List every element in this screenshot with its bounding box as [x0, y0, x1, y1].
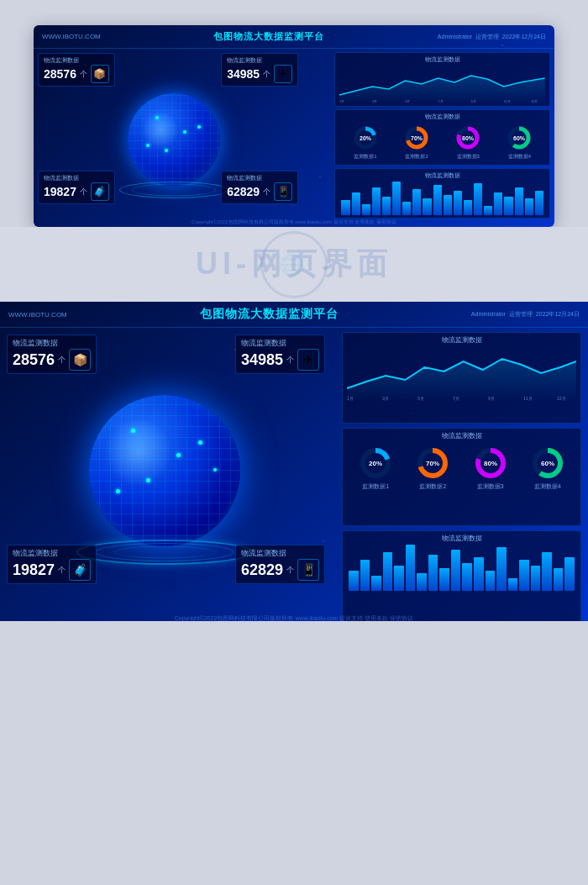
bar-item: [392, 182, 401, 215]
bar-item: [474, 183, 482, 215]
top-donut-chart-title: 物流监测数据: [339, 113, 545, 121]
globe-ring-inner-top: [132, 183, 216, 196]
bar-item: [531, 566, 541, 592]
bottom-donut-label-1: 监测数据2: [419, 482, 446, 491]
bar-item: [394, 566, 404, 592]
bottom-stat-unit-1: 个: [286, 355, 294, 366]
globe-dot-1: [155, 116, 159, 119]
top-header-date: 2022年12月24日: [502, 34, 546, 40]
bar-item: [349, 571, 359, 591]
bottom-bar-chart: [347, 545, 576, 591]
stat-unit-0: 个: [80, 69, 87, 80]
bottom-bar-chart-panel: 物流监测数据: [342, 530, 581, 621]
bottom-stat-row-3: 62829 个 📱: [241, 559, 319, 581]
bar-item: [515, 187, 523, 215]
bar-item: [451, 550, 461, 591]
bottom-stat-card-0: 物流监测数据 28576 个 📦: [7, 335, 97, 374]
bar-item: [433, 185, 442, 215]
bar-item: [462, 563, 472, 592]
top-header-left: WWW.IBOTU.COM: [42, 33, 101, 40]
svg-text:20%: 20%: [360, 135, 372, 141]
bottom-stat-num-1: 34985: [241, 351, 283, 369]
stat-row-2: 19827 个 🧳: [44, 182, 109, 201]
top-donut-3: 60% 监测数据4: [506, 124, 533, 161]
stat-unit-2: 个: [80, 187, 87, 198]
top-donut-2: 80% 监测数据3: [454, 124, 481, 161]
bottom-donut-3: 60% 监测数据4: [530, 445, 565, 491]
globe-body-bottom: [89, 395, 240, 546]
stat-card-2: 物流监测数据 19827 个 🧳: [38, 171, 115, 204]
bottom-stat-num-3: 62829: [241, 561, 283, 579]
bottom-stat-row-2: 19827 个 🧳: [13, 559, 91, 581]
bottom-donut-svg-3: 60%: [530, 445, 565, 481]
bottom-dash-header: WWW.IBOTU.COM 包图物流大数据监测平台 Administrator …: [0, 302, 588, 328]
bar-item: [554, 568, 564, 592]
bar-item: [383, 552, 393, 591]
bar-item: [417, 573, 427, 591]
globe-highlight-top: [142, 112, 179, 149]
bottom-stat-num-0: 28576: [13, 351, 55, 369]
top-donut-label-0: 监测数据1: [354, 153, 376, 161]
stat-label-0: 物流监测数据: [44, 56, 109, 65]
watermark-stamp: 🌐: [260, 231, 328, 298]
globe-ring-outer-top: [119, 182, 228, 198]
bottom-stat-ico-1: ✈: [297, 349, 319, 371]
top-donut-0: 20% 监测数据1: [352, 124, 379, 161]
svg-text:3月: 3月: [382, 396, 389, 401]
bottom-header-right: Administrator 运营管理 2022年12月24日: [471, 310, 580, 319]
bottom-donut-chart-title: 物流监测数据: [347, 431, 576, 440]
stat-num-3: 62829: [227, 185, 260, 198]
top-dashboard: WWW.IBOTU.COM 包图物流大数据监测平台 Administrator …: [34, 25, 554, 227]
svg-text:11月: 11月: [523, 396, 533, 401]
bottom-donut-2: 80% 监测数据3: [473, 445, 508, 491]
bottom-donut-svg-2: 80%: [473, 445, 508, 481]
globe-dot-5: [146, 144, 150, 147]
bottom-header-left: WWW.IBOTU.COM: [8, 311, 67, 319]
bar-item: [406, 545, 416, 591]
stat-unit-3: 个: [263, 187, 270, 198]
globe-dot-3: [165, 149, 168, 152]
bar-item: [412, 189, 421, 215]
bottom-stat-ico-2: 🧳: [69, 559, 91, 581]
top-donut-row: 20% 监测数据1 70% 监测数据2: [339, 123, 545, 162]
bar-item: [494, 192, 502, 215]
svg-text:70%: 70%: [426, 460, 439, 467]
globe-base-top: [119, 182, 228, 198]
top-donut-svg-3: 60%: [506, 124, 533, 151]
svg-text:5月: 5月: [417, 396, 424, 401]
top-donut-svg-0: 20%: [352, 124, 379, 151]
top-line-chart-panel: 物流监测数据 1月: [334, 52, 550, 107]
bar-item: [341, 200, 349, 215]
stat-num-1: 34985: [227, 67, 260, 81]
svg-text:80%: 80%: [462, 135, 475, 141]
stat-label-2: 物流监测数据: [44, 174, 109, 182]
bottom-stat-label-3: 物流监测数据: [241, 548, 319, 559]
svg-text:3月: 3月: [373, 99, 378, 103]
svg-text:80%: 80%: [484, 460, 497, 467]
top-header-title: 包图物流大数据监测平台: [213, 30, 324, 43]
bottom-header-title: 包图物流大数据监测平台: [200, 307, 339, 322]
bar-item: [504, 197, 512, 215]
bottom-stat-row-1: 34985 个 ✈: [241, 349, 319, 371]
svg-text:20%: 20%: [369, 460, 382, 467]
stat-unit-1: 个: [263, 69, 270, 80]
top-donut-chart-panel: 物流监测数据 20% 监测数据1: [334, 109, 550, 166]
globe-dot-4: [197, 125, 201, 129]
bar-item: [360, 560, 370, 591]
stat-row-3: 62829 个 📱: [227, 182, 292, 201]
svg-text:12月: 12月: [557, 396, 566, 401]
bar-item: [525, 198, 533, 215]
bottom-header-role: 运营管理: [509, 311, 533, 317]
svg-text:9月: 9月: [471, 99, 476, 103]
svg-text:12月: 12月: [531, 99, 538, 103]
bar-item: [372, 187, 381, 215]
bar-item: [519, 560, 529, 591]
bottom-dashboard-wrapper: WWW.IBOTU.COM 包图物流大数据监测平台 Administrator …: [0, 302, 588, 621]
stat-card-1: 物流监测数据 34985 个 ✈: [221, 53, 298, 87]
top-line-chart: 1月 3月 5月 7月 9月 11月 12月: [339, 66, 545, 103]
top-header-role: 运营管理: [475, 34, 499, 40]
top-bar-chart-title: 物流监测数据: [339, 171, 545, 180]
top-dash-header: WWW.IBOTU.COM 包图物流大数据监测平台 Administrator …: [34, 25, 554, 49]
watermark-section: UI-网页界面 🌐: [0, 227, 588, 302]
stat-label-3: 物流监测数据: [227, 174, 292, 182]
